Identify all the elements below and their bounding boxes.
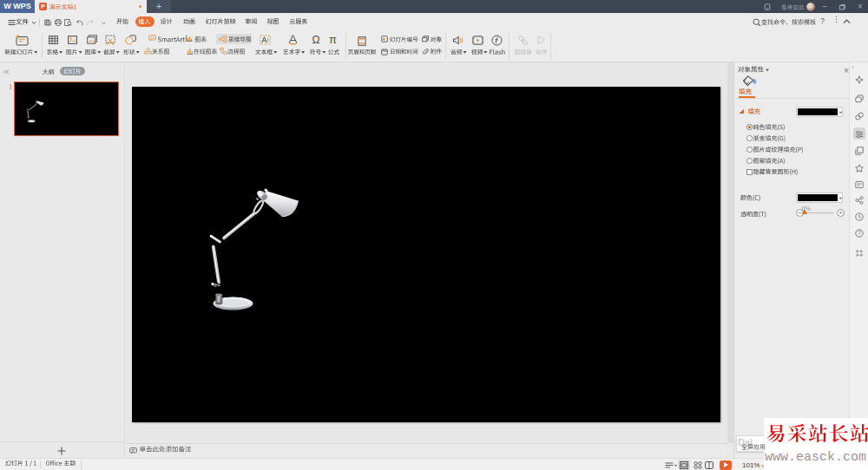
svg-text:?: ? (858, 230, 861, 236)
